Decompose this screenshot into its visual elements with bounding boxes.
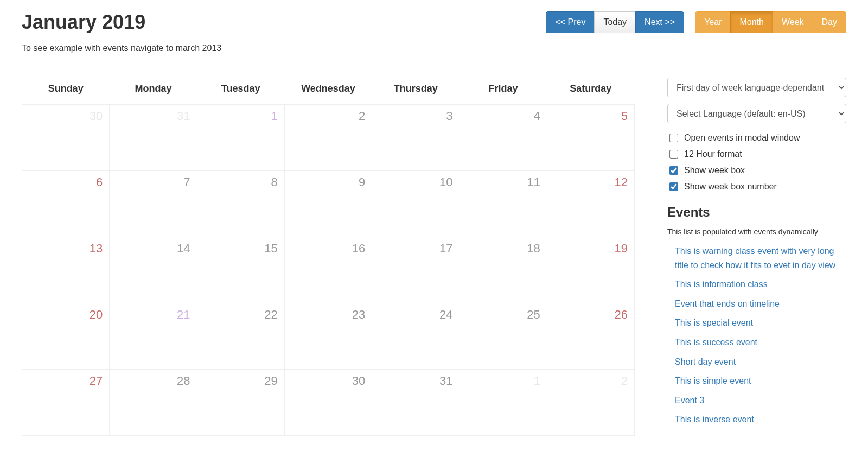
next-button[interactable]: Next >> bbox=[635, 11, 684, 33]
calendar-week-row: 20212223242526 bbox=[22, 303, 635, 370]
calendar-day-cell[interactable]: 30 bbox=[22, 105, 110, 171]
calendar-day-number: 31 bbox=[177, 109, 190, 123]
view-day-button[interactable]: Day bbox=[813, 11, 846, 33]
calendar-day-cell[interactable]: 21 bbox=[110, 303, 197, 370]
calendar-day-number: 8 bbox=[271, 175, 278, 189]
calendar-day-cell[interactable]: 19 bbox=[547, 237, 634, 303]
calendar-day-cell[interactable]: 11 bbox=[459, 171, 547, 237]
calendar-day-cell[interactable]: 26 bbox=[547, 303, 634, 370]
language-select[interactable]: Select Language (default: en-US) bbox=[667, 104, 846, 123]
calendar-day-number: 4 bbox=[533, 109, 540, 123]
calendar-day-cell[interactable]: 30 bbox=[284, 370, 372, 436]
calendar-day-number: 26 bbox=[615, 308, 628, 321]
event-item: This is information class bbox=[675, 275, 846, 294]
option-row[interactable]: Show week box bbox=[667, 162, 846, 179]
calendar-day-cell[interactable]: 1 bbox=[197, 105, 284, 171]
options-block: Open events in modal window12 Hour forma… bbox=[667, 130, 846, 195]
view-year-button[interactable]: Year bbox=[695, 11, 731, 33]
event-link[interactable]: This is special event bbox=[675, 318, 753, 327]
calendar-day-cell[interactable]: 25 bbox=[459, 303, 547, 370]
calendar-day-cell[interactable]: 17 bbox=[372, 237, 459, 303]
event-item: This is success event bbox=[675, 333, 846, 352]
calendar-day-cell[interactable]: 15 bbox=[197, 237, 284, 303]
calendar-day-number: 11 bbox=[527, 175, 540, 189]
calendar-day-cell[interactable]: 14 bbox=[110, 237, 197, 303]
event-link[interactable]: Event that ends on timeline bbox=[675, 299, 780, 308]
calendar-day-cell[interactable]: 10 bbox=[372, 171, 459, 237]
calendar-day-cell[interactable]: 13 bbox=[22, 237, 110, 303]
event-item: This is simple event bbox=[675, 371, 846, 391]
main: SundayMondayTuesdayWednesdayThursdayFrid… bbox=[22, 78, 846, 436]
option-checkbox[interactable] bbox=[669, 182, 678, 191]
calendar-day-cell[interactable]: 1 bbox=[459, 370, 547, 436]
event-link[interactable]: Short day event bbox=[675, 357, 736, 366]
calendar-day-cell[interactable]: 7 bbox=[110, 171, 197, 237]
calendar-day-number: 13 bbox=[90, 242, 103, 255]
toolbar: << Prev Today Next >> Year Month Week Da… bbox=[546, 11, 846, 33]
calendar-day-number: 1 bbox=[271, 109, 278, 123]
option-checkbox[interactable] bbox=[669, 134, 678, 142]
view-week-button[interactable]: Week bbox=[773, 11, 813, 33]
option-label: Open events in modal window bbox=[684, 133, 800, 143]
calendar-day-header: Sunday bbox=[22, 78, 110, 105]
calendar-day-cell[interactable]: 6 bbox=[22, 171, 110, 237]
event-item: Short day event bbox=[675, 352, 846, 372]
calendar-day-number: 20 bbox=[90, 308, 103, 321]
calendar-header-row: SundayMondayTuesdayWednesdayThursdayFrid… bbox=[22, 78, 635, 105]
first-day-select[interactable]: First day of week language-dependant bbox=[667, 78, 846, 97]
sidebar: First day of week language-dependant Sel… bbox=[667, 78, 846, 436]
calendar-day-number: 31 bbox=[439, 374, 452, 388]
calendar-day-number: 14 bbox=[177, 242, 190, 255]
option-checkbox[interactable] bbox=[669, 150, 678, 159]
calendar-day-cell[interactable]: 31 bbox=[110, 105, 197, 171]
event-link[interactable]: This is success event bbox=[675, 338, 757, 347]
view-month-button[interactable]: Month bbox=[730, 11, 773, 33]
calendar-day-cell[interactable]: 18 bbox=[459, 237, 547, 303]
calendar-day-cell[interactable]: 29 bbox=[197, 370, 284, 436]
calendar-day-number: 22 bbox=[264, 308, 277, 321]
calendar: SundayMondayTuesdayWednesdayThursdayFrid… bbox=[22, 78, 635, 436]
calendar-day-header: Friday bbox=[459, 78, 547, 105]
calendar-day-cell[interactable]: 2 bbox=[284, 105, 372, 171]
calendar-day-cell[interactable]: 12 bbox=[547, 171, 634, 237]
calendar-day-header: Wednesday bbox=[284, 78, 372, 105]
prev-button[interactable]: << Prev bbox=[546, 11, 595, 33]
calendar-day-cell[interactable]: 2 bbox=[547, 370, 634, 436]
calendar-day-cell[interactable]: 24 bbox=[372, 303, 459, 370]
calendar-day-cell[interactable]: 9 bbox=[284, 171, 372, 237]
event-link[interactable]: This is simple event bbox=[675, 376, 751, 385]
option-row[interactable]: Open events in modal window bbox=[667, 130, 846, 146]
calendar-day-cell[interactable]: 8 bbox=[197, 171, 284, 237]
event-link[interactable]: This is warning class event with very lo… bbox=[675, 246, 835, 270]
calendar-day-header: Thursday bbox=[372, 78, 459, 105]
calendar-day-cell[interactable]: 28 bbox=[110, 370, 197, 436]
calendar-day-cell[interactable]: 23 bbox=[284, 303, 372, 370]
calendar-day-cell[interactable]: 31 bbox=[372, 370, 459, 436]
view-button-group: Year Month Week Day bbox=[695, 11, 846, 33]
event-item: Event that ends on timeline bbox=[675, 294, 846, 314]
calendar-day-number: 5 bbox=[621, 109, 628, 123]
event-link[interactable]: This is information class bbox=[675, 280, 768, 289]
calendar-week-row: 6789101112 bbox=[22, 171, 635, 237]
option-row[interactable]: Show week box number bbox=[667, 179, 846, 195]
event-link[interactable]: This is inverse event bbox=[675, 415, 754, 424]
nav-button-group: << Prev Today Next >> bbox=[546, 11, 684, 33]
calendar-day-number: 17 bbox=[439, 242, 452, 255]
option-row[interactable]: 12 Hour format bbox=[667, 146, 846, 162]
calendar-day-cell[interactable]: 5 bbox=[547, 105, 634, 171]
event-item: This is special event bbox=[675, 313, 846, 333]
calendar-day-cell[interactable]: 20 bbox=[22, 303, 110, 370]
calendar-day-number: 2 bbox=[621, 374, 628, 388]
calendar-day-cell[interactable]: 22 bbox=[197, 303, 284, 370]
calendar-day-cell[interactable]: 3 bbox=[372, 105, 459, 171]
event-link[interactable]: Event 3 bbox=[675, 396, 704, 405]
calendar-day-cell[interactable]: 27 bbox=[22, 370, 110, 436]
calendar-day-number: 24 bbox=[439, 308, 452, 321]
calendar-table: SundayMondayTuesdayWednesdayThursdayFrid… bbox=[22, 78, 635, 436]
option-checkbox[interactable] bbox=[669, 166, 678, 175]
calendar-day-cell[interactable]: 4 bbox=[459, 105, 547, 171]
calendar-day-number: 7 bbox=[183, 175, 190, 189]
calendar-day-number: 2 bbox=[359, 109, 365, 123]
today-button[interactable]: Today bbox=[594, 11, 636, 33]
calendar-day-cell[interactable]: 16 bbox=[284, 237, 372, 303]
